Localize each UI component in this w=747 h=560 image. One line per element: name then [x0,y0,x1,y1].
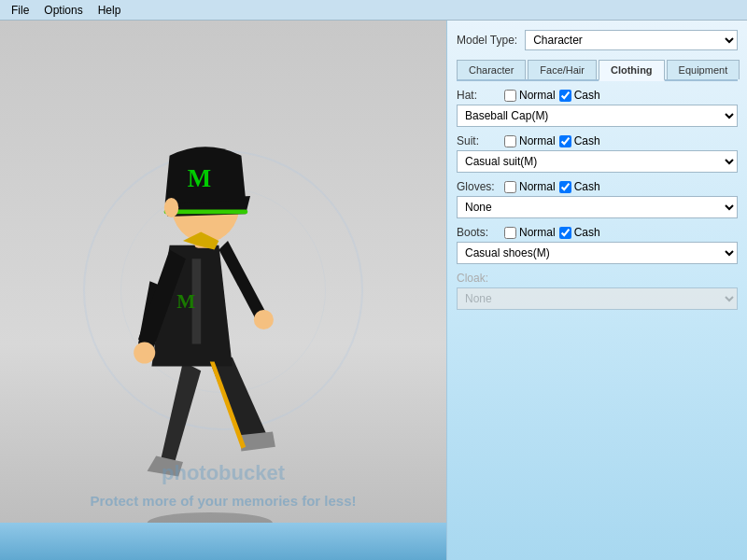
tab-equipment[interactable]: Equipment [667,60,740,79]
boots-normal-check: Normal [504,226,556,239]
gloves-cash-checkbox[interactable] [559,181,571,193]
tab-facehair[interactable]: Face/Hair [528,60,597,79]
gloves-cash-label: Cash [574,180,600,193]
main-area: M M Protect more of your memories for le… [0,21,747,560]
tab-clothing[interactable]: Clothing [599,60,665,81]
suit-label: Suit: [457,134,499,147]
svg-point-1 [134,342,155,363]
boots-dropdown-row: Casual shoes(M) None Boots(M) [457,242,738,264]
hat-cash-label: Cash [574,89,600,102]
hat-section: Hat: Normal Cash Baseball Cap(M) None [457,89,738,127]
gloves-select[interactable]: None Leather Gloves Combat Gloves [457,196,738,218]
boots-select[interactable]: Casual shoes(M) None Boots(M) [457,242,738,264]
model-type-label: Model Type: [457,34,517,47]
tab-bar: Character Face/Hair Clothing Equipment [457,60,738,81]
boots-label: Boots: [457,226,499,239]
gloves-cash-check: Cash [559,180,600,193]
gloves-normal-label: Normal [519,180,556,193]
right-panel: Model Type: Character Monster NPC Charac… [446,21,747,560]
svg-text:M: M [188,164,211,192]
suit-normal-label: Normal [519,134,556,147]
boots-cash-check: Cash [559,226,600,239]
boots-checkboxes: Normal Cash [504,226,600,239]
svg-text:M: M [176,290,195,313]
gloves-checkboxes: Normal Cash [504,180,600,193]
menu-bar: File Options Help [0,0,747,21]
gloves-label: Gloves: [457,180,499,193]
hat-checkboxes: Normal Cash [504,89,600,102]
suit-normal-check: Normal [504,134,556,147]
hat-cash-checkbox[interactable] [559,90,571,102]
svg-point-7 [164,198,178,217]
boots-normal-label: Normal [519,226,556,239]
suit-header: Suit: Normal Cash [457,134,738,147]
hat-normal-label: Normal [519,89,556,102]
boots-cash-label: Cash [574,226,600,239]
cloak-select[interactable]: None [457,287,738,310]
cloak-section: Cloak: None [457,272,738,310]
character-model: M M [56,84,355,532]
bottom-gradient-bar [0,523,446,560]
gloves-normal-check: Normal [504,180,556,193]
hat-normal-check: Normal [504,89,556,102]
svg-point-2 [254,310,274,329]
model-type-row: Model Type: Character Monster NPC [457,30,738,50]
hat-cash-check: Cash [559,89,600,102]
hat-dropdown-row: Baseball Cap(M) None Fedora [457,105,738,127]
hat-select[interactable]: Baseball Cap(M) None Fedora [457,105,738,127]
cloak-dropdown-row: None [457,287,738,310]
boots-normal-checkbox[interactable] [504,227,516,239]
suit-normal-checkbox[interactable] [504,135,516,147]
suit-cash-label: Cash [574,134,600,147]
suit-dropdown-row: Casual suit(M) None Formal suit(M) [457,150,738,173]
hat-normal-checkbox[interactable] [504,90,516,102]
tab-character[interactable]: Character [457,60,526,79]
suit-cash-check: Cash [559,134,600,147]
cloak-label: Cloak: [457,272,499,285]
gloves-section: Gloves: Normal Cash None Leather Gloves [457,180,738,218]
character-viewport: M M Protect more of your memories for le… [0,21,446,560]
cloak-header: Cloak: [457,272,738,285]
menu-help[interactable]: Help [91,2,129,19]
suit-cash-checkbox[interactable] [559,135,571,147]
hat-header: Hat: Normal Cash [457,89,738,102]
gloves-dropdown-row: None Leather Gloves Combat Gloves [457,196,738,218]
suit-checkboxes: Normal Cash [504,134,600,147]
hat-label: Hat: [457,89,499,102]
model-type-select[interactable]: Character Monster NPC [525,30,738,50]
suit-section: Suit: Normal Cash Casual suit(M) None [457,134,738,173]
suit-select[interactable]: Casual suit(M) None Formal suit(M) [457,150,738,173]
boots-section: Boots: Normal Cash Casual shoes(M) None [457,226,738,264]
boots-cash-checkbox[interactable] [559,227,571,239]
menu-options[interactable]: Options [36,2,90,19]
gloves-normal-checkbox[interactable] [504,181,516,193]
boots-header: Boots: Normal Cash [457,226,738,239]
menu-file[interactable]: File [4,2,36,19]
gloves-header: Gloves: Normal Cash [457,180,738,193]
